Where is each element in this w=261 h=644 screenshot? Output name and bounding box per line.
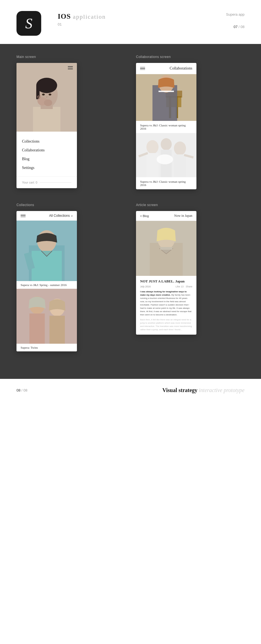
all-collections-label: All Collections: [49, 214, 70, 218]
all-collections-button[interactable]: All Collections ∨: [49, 214, 73, 218]
article-content: NOT JUST A LABEL. Japan July 2016 Like 1…: [136, 276, 196, 335]
collections-phone-mockup: All Collections ∨: [16, 211, 77, 351]
collection-image-1-svg: [16, 221, 77, 281]
svg-rect-44: [160, 247, 172, 250]
svg-rect-23: [146, 153, 159, 177]
collab-image-2: [136, 133, 196, 177]
article-body: I was always looking for imaginative way…: [140, 290, 192, 317]
svg-rect-27: [174, 154, 186, 177]
h-line-1: [140, 67, 145, 68]
header-center: IOS application 01: [41, 11, 226, 26]
svg-point-22: [146, 140, 159, 154]
article-actions: Like 13 Share: [176, 285, 192, 288]
svg-point-30: [157, 154, 173, 164]
bottom-screens-row: Collections All Collections ∨: [16, 203, 245, 351]
header-page-num: 07 / 08: [226, 25, 245, 29]
collab-phone-header: Collaborations: [136, 63, 196, 74]
main-screen-col: Main screen: [16, 55, 125, 189]
menu-item-settings[interactable]: Settings: [22, 163, 71, 172]
phone-menu: Collections Collaborations Blog Settings: [16, 132, 77, 175]
collaborations-screen-col: Collaborations screen Collaborations: [136, 55, 245, 189]
menu-item-collaborations[interactable]: Collaborations: [22, 146, 71, 155]
app-logo: S: [16, 11, 41, 36]
ios-word: IOS: [58, 12, 71, 20]
collections-col: Collections All Collections ∨: [16, 203, 125, 351]
application-text: application: [73, 13, 106, 20]
svg-point-24: [161, 138, 172, 150]
collections-phone-header: All Collections ∨: [16, 211, 77, 221]
article-phone-mockup: < Blog Now in Japan: [136, 211, 196, 335]
article-image-svg: [136, 221, 196, 276]
svg-point-6: [42, 94, 45, 96]
footer-title: Visual strategy interactive prototype: [162, 387, 245, 393]
menu-item-blog[interactable]: Blog: [22, 155, 71, 163]
hamburger-line-1: [68, 66, 73, 67]
footer-page-total: 08: [23, 388, 27, 392]
page-separator: /: [238, 25, 240, 29]
header-right: Supera app 07 / 08: [226, 11, 245, 29]
collection-image-2: [16, 289, 77, 344]
article-image: [136, 221, 196, 276]
collab-caption-1: Supera vs J&J: Classic woman spring 2016: [136, 121, 196, 133]
article-nav-title: Now in Japan: [174, 214, 192, 218]
menu-item-collections[interactable]: Collections: [22, 137, 71, 146]
collab-hamburger-icon[interactable]: [140, 67, 145, 70]
svg-point-7: [49, 94, 51, 96]
dark-section: Main screen: [0, 44, 261, 379]
header-title: IOS application: [58, 12, 226, 21]
ch-line-3: [21, 217, 26, 217]
svg-rect-20: [159, 91, 174, 92]
svg-rect-40: [49, 316, 65, 344]
screens-row: Main screen: [16, 55, 245, 189]
page-current: 07: [234, 25, 237, 29]
collaborations-screen-label: Collaborations screen: [136, 55, 245, 59]
cart-line: [40, 182, 71, 183]
ch-line-2: [21, 215, 26, 216]
article-main-title: NOT JUST A LABEL. Japan: [140, 279, 192, 284]
svg-point-26: [174, 141, 186, 155]
cart-text: Your cart: 0: [22, 181, 37, 184]
header: S IOS application 01 Supera app 07 / 08: [0, 0, 261, 44]
article-screen-label: Article screen: [136, 203, 245, 207]
article-nav: < Blog Now in Japan: [136, 211, 196, 221]
svg-rect-36: [16, 289, 77, 344]
collection-image-2-svg: [16, 289, 77, 344]
ch-line-1: [21, 214, 26, 215]
footer-title-main: Visual strategy: [162, 387, 198, 393]
h-line-2: [140, 68, 145, 69]
logo-letter: S: [25, 15, 32, 32]
blog-back-button[interactable]: < Blog: [140, 214, 149, 218]
supera-label: Supera app: [226, 12, 245, 16]
footer-page-num: 08 / 08: [16, 388, 27, 392]
article-date: July 2016: [140, 285, 151, 288]
article-meta: July 2016 Like 13 Share: [140, 285, 192, 288]
article-body-secondary: Back then, it felt like there was an int…: [140, 318, 192, 331]
collab-image-1-svg: [136, 74, 196, 121]
hamburger-icon[interactable]: [68, 66, 73, 69]
svg-rect-38: [29, 313, 45, 344]
collaborations-title: Collaborations: [170, 66, 192, 71]
collections-hamburger-icon[interactable]: [21, 214, 26, 217]
svg-point-9: [44, 99, 52, 106]
main-screen-label: Main screen: [16, 55, 125, 59]
article-col: Article screen < Blog Now in Japan: [136, 203, 245, 351]
main-phone-mockup: Collections Collaborations Blog Settings…: [16, 63, 77, 188]
collection-caption-2: Supera: Twins: [16, 344, 77, 351]
footer: 08 / 08 Visual strategy interactive prot…: [0, 379, 261, 402]
main-phone-image: [16, 63, 77, 132]
footer-title-sub: interactive prototype: [199, 387, 245, 393]
collections-label: Collections: [16, 203, 125, 207]
face-illustration: [16, 63, 77, 132]
like-label[interactable]: Like 13: [176, 285, 184, 288]
phone-cart: Your cart: 0: [16, 176, 77, 188]
collab-image-2-svg: [136, 133, 196, 177]
footer-page-current: 08: [16, 388, 20, 392]
collection-caption-1: Supera vs J&J: Spring - summer 2016: [16, 281, 77, 289]
chevron-down-icon: ∨: [71, 214, 73, 217]
h-line-3: [140, 70, 145, 70]
article-body-text: My family has been running a tourism ori…: [140, 294, 191, 316]
page-total: 08: [241, 25, 245, 29]
hamburger-line-2: [68, 68, 73, 68]
svg-rect-1: [33, 107, 60, 132]
share-label[interactable]: Share: [186, 285, 192, 288]
